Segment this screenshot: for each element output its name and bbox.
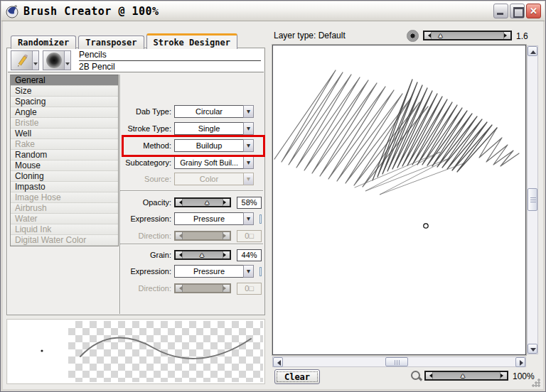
scribble-strokes: [273, 45, 525, 354]
scroll-left-icon[interactable]: [273, 357, 283, 367]
source-dropdown: Color: [174, 173, 254, 185]
tab-stroke-designer[interactable]: Stroke Designer: [146, 33, 237, 49]
slider-right-arrow-icon[interactable]: [500, 372, 507, 379]
opacity-slider[interactable]: [174, 197, 231, 207]
list-item-airbrush: Airbrush: [11, 203, 118, 214]
scroll-right-icon[interactable]: [515, 357, 525, 367]
size-slider[interactable]: [423, 31, 512, 40]
divider: [120, 244, 263, 244]
horizontal-scroll-thumb[interactable]: [385, 357, 408, 366]
opacity-expression-dropdown[interactable]: Pressure: [174, 212, 254, 225]
slider-right-arrow-icon[interactable]: [223, 199, 230, 206]
vertical-scroll-thumb[interactable]: [528, 188, 537, 211]
slider-thumb[interactable]: [198, 252, 205, 258]
canvas-vertical-scrollbar[interactable]: [527, 45, 538, 354]
grain-expression-checkbox[interactable]: [259, 267, 262, 276]
list-item-well[interactable]: Well: [11, 129, 118, 139]
list-item-label: General: [15, 75, 46, 85]
list-item-label: Impasto: [15, 182, 46, 192]
clear-button[interactable]: Clear: [274, 369, 320, 384]
chevron-down-icon[interactable]: [64, 51, 70, 70]
list-item-spacing[interactable]: Spacing: [11, 97, 118, 107]
subcategory-dropdown[interactable]: Grainy Soft Buil...: [174, 156, 254, 169]
stroke-type-row: Stroke Type: Single: [123, 121, 262, 136]
brush-category-button[interactable]: [11, 50, 39, 70]
source-value: Color: [174, 173, 243, 185]
list-item-cloning[interactable]: Cloning: [11, 171, 118, 182]
direction-label: Direction:: [123, 232, 171, 240]
source-label: Source:: [123, 175, 171, 183]
opacity-row: Opacity: 58%: [123, 195, 262, 209]
expression-value: Pressure: [174, 212, 243, 225]
dab-preview-icon[interactable]: [407, 30, 419, 42]
slider-thumb[interactable]: [460, 373, 466, 379]
zoom-slider[interactable]: [424, 371, 508, 381]
grain-value[interactable]: 44%: [237, 249, 262, 261]
chevron-down-icon[interactable]: [32, 51, 38, 70]
list-item-size[interactable]: Size: [11, 86, 118, 97]
stroke-designer-panel: Pencils 2B Pencil General Size Spacing A…: [6, 48, 265, 315]
brush-names: Pencils 2B Pencil: [79, 50, 261, 72]
stroke-type-dropdown[interactable]: Single: [174, 122, 254, 135]
list-item-random[interactable]: Random: [11, 150, 118, 160]
method-highlight-box: [122, 135, 265, 157]
canvas-horizontal-scrollbar[interactable]: [272, 356, 526, 367]
close-button[interactable]: [526, 4, 541, 18]
title-bar[interactable]: Brush Creator @ 100%: [1, 1, 545, 21]
dropdown-arrow-icon[interactable]: [243, 156, 254, 169]
magnifier-icon: [410, 370, 422, 381]
grain-slider[interactable]: [174, 250, 231, 260]
slider-left-arrow-icon[interactable]: [176, 199, 182, 206]
opacity-expression-checkbox[interactable]: [259, 214, 262, 224]
list-item-label: Well: [15, 129, 31, 138]
slider-right-arrow-icon[interactable]: [504, 32, 510, 39]
tab-transposer[interactable]: Transposer: [78, 36, 144, 49]
direction-value: 0□: [237, 283, 262, 295]
stroke-preview-drawing: [7, 320, 264, 383]
list-item-rake: Rake: [11, 139, 118, 150]
dropdown-arrow-icon[interactable]: [243, 105, 254, 118]
tab-label: Randomizer: [18, 38, 69, 48]
opacity-direction-slider: [174, 231, 231, 241]
list-item-label: Digital Water Color: [15, 235, 86, 245]
scroll-up-icon[interactable]: [528, 46, 537, 56]
opacity-direction-row: Direction: 0□: [123, 229, 262, 243]
divider: [120, 190, 263, 191]
list-item-label: Airbrush: [15, 203, 47, 213]
resize-grip[interactable]: [532, 379, 540, 387]
slider-thumb[interactable]: [437, 33, 444, 39]
list-item-label: Image Hose: [15, 192, 61, 202]
subcategory-row: Subcategory: Grainy Soft Buil...: [123, 156, 262, 170]
scratch-pad-canvas[interactable]: [272, 45, 526, 355]
scroll-down-icon[interactable]: [528, 344, 537, 354]
list-item-general[interactable]: General: [11, 75, 118, 86]
stroke-type-label: Stroke Type:: [123, 124, 171, 133]
slider-right-arrow-icon: [223, 232, 230, 239]
painter-app-icon: [5, 4, 19, 18]
dropdown-arrow-icon[interactable]: [243, 212, 254, 225]
minimize-button[interactable]: [493, 4, 508, 18]
grain-direction-row: Direction: 0□: [123, 281, 262, 295]
list-item-label: Size: [15, 86, 31, 96]
dab-type-dropdown[interactable]: Circular: [174, 105, 254, 118]
slider-left-arrow-icon[interactable]: [176, 251, 182, 258]
slider-right-arrow-icon: [223, 285, 230, 292]
dropdown-arrow-icon[interactable]: [243, 122, 254, 135]
slider-left-arrow-icon[interactable]: [426, 372, 432, 379]
slider-right-arrow-icon[interactable]: [223, 251, 230, 258]
tab-randomizer[interactable]: Randomizer: [11, 36, 76, 49]
dab-type-value: Circular: [174, 105, 243, 118]
list-item-label: Mouse: [15, 160, 41, 170]
slider-left-arrow-icon[interactable]: [424, 32, 431, 39]
dropdown-arrow-icon[interactable]: [243, 265, 254, 278]
list-item-angle[interactable]: Angle: [11, 107, 118, 118]
brush-variant-button[interactable]: [43, 50, 71, 70]
maximize-button[interactable]: [510, 4, 525, 18]
expression-label: Expression:: [123, 267, 171, 276]
grain-label: Grain:: [123, 251, 171, 259]
slider-thumb[interactable]: [204, 200, 210, 206]
opacity-value[interactable]: 58%: [237, 197, 262, 209]
list-item-mouse[interactable]: Mouse: [11, 160, 118, 171]
list-item-impasto[interactable]: Impasto: [11, 182, 118, 192]
grain-expression-dropdown[interactable]: Pressure: [174, 265, 254, 278]
